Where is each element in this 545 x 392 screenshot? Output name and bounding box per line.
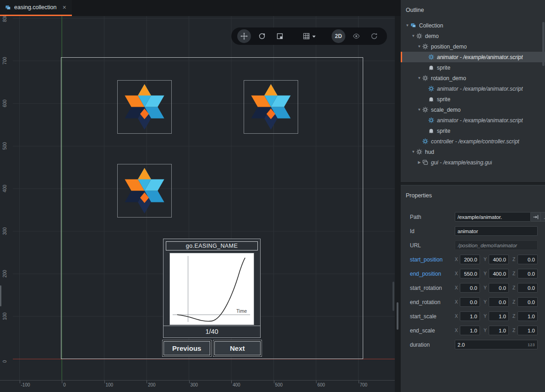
node-label: animator - /example/animator.script [437,86,523,92]
outline-scrollbar[interactable] [542,22,545,173]
easing-counter: 1/40 [164,326,260,338]
browse-button[interactable]: ... [541,212,545,222]
start-rotation-z-field[interactable] [518,283,538,293]
id-field[interactable] [455,226,538,236]
outline-item-gui[interactable]: ▶gui - /example/easing.gui [401,157,545,168]
end-position-y-field[interactable] [489,269,509,278]
axis-label: X [455,257,458,262]
expander-icon[interactable]: ▶ [416,160,422,164]
perspective-2d-toggle[interactable]: 2D [332,29,345,43]
refresh-button[interactable] [367,29,381,43]
outline-item-sprite[interactable]: sprite [401,94,545,104]
expander-icon[interactable]: ▼ [416,108,422,112]
easing-graph[interactable]: Time [169,253,254,325]
end-position-x-field[interactable] [460,269,480,278]
start-scale-z-field[interactable] [518,311,538,321]
gameobject-icon [422,107,428,113]
open-resource-button[interactable] [531,212,541,222]
end-rotation-z-field[interactable] [518,297,538,307]
ruler-label: 200 [2,270,7,278]
outline-item-animator[interactable]: animator - /example/animator.script [401,83,545,94]
start-scale-x-field[interactable] [460,311,480,321]
gameobject-icon [416,33,422,39]
outline-item-demo[interactable]: ▼demo [401,31,545,41]
outline-item-animator[interactable]: animator - /example/animator.script [401,52,545,62]
property-row-duration: duration2.0123 [410,338,540,352]
outline-item-sprite[interactable]: sprite [401,125,545,136]
gui-previous-button[interactable]: Previous [162,340,212,357]
end-scale-z-field[interactable] [518,326,538,335]
axis-label: Z [512,271,516,276]
start-position-y-field[interactable] [489,255,509,264]
time-axis-label: Time [236,308,247,314]
sprite-position-demo[interactable] [117,80,172,134]
outline-item-rotation_demo[interactable]: ▼rotation_demo [401,73,545,83]
expander-icon[interactable]: ▼ [416,44,422,49]
panel-divider[interactable] [401,182,545,185]
expander-icon[interactable]: ▼ [410,34,416,38]
property-label: end_scale [410,327,455,334]
visibility-filter-button[interactable] [349,29,363,43]
outline-item-scale_demo[interactable]: ▼scale_demo [401,104,545,115]
start-position-x-field[interactable] [460,255,480,264]
panel-splitter[interactable] [395,16,401,392]
ruler-label: 300 [2,227,7,235]
outline-item-collection[interactable]: ▼Collection [401,20,545,31]
expander-icon[interactable]: ▼ [416,76,422,80]
gui-next-button[interactable]: Next [213,340,262,357]
panel-splitter-grip[interactable] [397,302,398,330]
script-icon [428,54,434,60]
end-scale-y-field[interactable] [489,326,509,335]
defold-logo-image [244,81,298,133]
tab-close-icon[interactable]: × [62,4,66,11]
scene-vertical-scrollbar[interactable] [392,282,394,311]
gui-preview-panel[interactable]: go.EASING_NAME Time 1/40 [163,239,261,338]
defold-logo-image [118,81,171,133]
axis-label: X [455,271,458,276]
node-label: sprite [437,96,450,103]
gameobject-icon [422,44,428,49]
outline-item-animator[interactable]: animator - /example/animator.script [401,115,545,125]
rotate-tool-button[interactable] [255,29,269,43]
url-readonly-field: /position_demo#animator [455,240,538,250]
expander-icon[interactable]: ▼ [410,150,416,154]
gui-title[interactable]: go.EASING_NAME [166,241,258,250]
end-scale-x-field[interactable] [460,326,480,335]
outline-panel: Outline ▼Collection▼demo▼position_demoan… [401,0,545,182]
sprite-scale-demo[interactable] [117,164,172,218]
outline-item-controller[interactable]: controller - /example/controller.script [401,136,545,147]
start-rotation-x-field[interactable] [460,283,480,293]
path-field[interactable] [455,212,531,222]
move-tool-button[interactable] [237,29,251,43]
node-label: hud [425,149,434,155]
start-scale-y-field[interactable] [489,311,509,321]
end-position-z-field[interactable] [518,269,538,278]
outline-item-sprite[interactable]: sprite [401,62,545,73]
end-rotation-y-field[interactable] [489,297,509,307]
start-position-z-field[interactable] [518,255,538,264]
properties-panel: Properties Path...IdURL/position_demo#an… [401,185,545,352]
numeric-type-icon: 123 [528,343,535,347]
sprite-icon [428,96,434,102]
left-panel-splitter-grip[interactable] [0,285,1,306]
axis-label: Y [484,314,487,319]
property-label: start_position [410,256,455,263]
axis-label: X [455,328,458,333]
scene-view[interactable]: 0100200300400500600700800 go.EASING_NAME [0,16,395,380]
ruler-label: 0 [63,382,66,387]
right-panel: Outline ▼Collection▼demo▼position_demoan… [401,0,545,392]
tab-easing-collection[interactable]: easing.collection × [0,0,72,16]
property-row-path: Path... [410,210,540,224]
duration-field[interactable]: 2.0123 [455,340,538,349]
outline-item-hud[interactable]: ▼hud [401,147,545,157]
sprite-rotation-demo[interactable] [244,80,298,134]
scale-tool-button[interactable] [273,29,287,43]
outline-item-position_demo[interactable]: ▼position_demo [401,41,545,52]
scene-editor: 0100200300400500600700800 go.EASING_NAME [0,16,401,392]
expander-icon[interactable]: ▼ [404,23,410,27]
start-rotation-y-field[interactable] [489,283,509,293]
gameobject-icon [422,75,428,81]
end-rotation-x-field[interactable] [460,297,480,307]
grid-options-button[interactable] [299,29,320,43]
node-label: position_demo [431,44,467,50]
